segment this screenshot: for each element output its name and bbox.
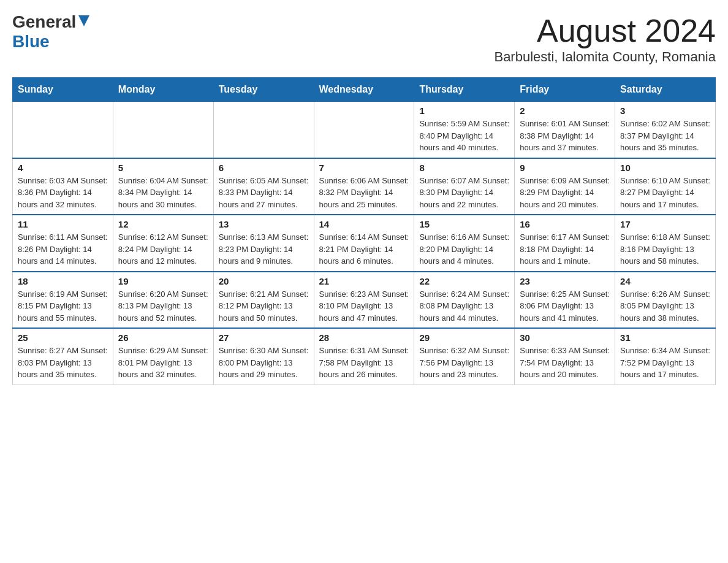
day-number: 13 [219, 219, 309, 229]
calendar-cell: 5Sunrise: 6:04 AM Sunset: 8:34 PM Daylig… [113, 158, 213, 215]
day-info: Sunrise: 6:17 AM Sunset: 8:18 PM Dayligh… [520, 231, 610, 267]
day-info: Sunrise: 6:07 AM Sunset: 8:30 PM Dayligh… [419, 175, 509, 211]
day-number: 8 [419, 163, 509, 173]
calendar-cell: 11Sunrise: 6:11 AM Sunset: 8:26 PM Dayli… [13, 215, 113, 272]
day-number: 25 [18, 332, 108, 343]
calendar-cell: 22Sunrise: 6:24 AM Sunset: 8:08 PM Dayli… [414, 272, 515, 329]
calendar-cell: 20Sunrise: 6:21 AM Sunset: 8:12 PM Dayli… [213, 272, 314, 329]
day-info: Sunrise: 6:33 AM Sunset: 7:54 PM Dayligh… [520, 345, 610, 381]
day-number: 23 [520, 276, 610, 286]
day-number: 10 [620, 163, 710, 173]
calendar-day-header: Thursday [414, 78, 515, 102]
day-number: 28 [319, 332, 409, 343]
calendar-cell: 31Sunrise: 6:34 AM Sunset: 7:52 PM Dayli… [615, 328, 716, 385]
day-number: 16 [520, 219, 610, 229]
calendar-cell [113, 102, 213, 158]
day-info: Sunrise: 6:24 AM Sunset: 8:08 PM Dayligh… [419, 288, 509, 324]
day-info: Sunrise: 5:59 AM Sunset: 8:40 PM Dayligh… [419, 118, 509, 154]
day-info: Sunrise: 6:11 AM Sunset: 8:26 PM Dayligh… [18, 231, 108, 267]
calendar-cell: 12Sunrise: 6:12 AM Sunset: 8:24 PM Dayli… [113, 215, 213, 272]
calendar-cell: 26Sunrise: 6:29 AM Sunset: 8:01 PM Dayli… [113, 328, 213, 385]
calendar-day-header: Tuesday [213, 78, 314, 102]
day-info: Sunrise: 6:18 AM Sunset: 8:16 PM Dayligh… [620, 231, 710, 267]
logo-blue-text: Blue [12, 32, 50, 51]
day-number: 24 [620, 276, 710, 286]
calendar-cell: 13Sunrise: 6:13 AM Sunset: 8:23 PM Dayli… [213, 215, 314, 272]
day-number: 21 [319, 276, 409, 286]
day-number: 29 [419, 332, 509, 343]
calendar-cell: 6Sunrise: 6:05 AM Sunset: 8:33 PM Daylig… [213, 158, 314, 215]
calendar-cell: 10Sunrise: 6:10 AM Sunset: 8:27 PM Dayli… [615, 158, 716, 215]
day-info: Sunrise: 6:04 AM Sunset: 8:34 PM Dayligh… [118, 175, 208, 211]
title-section: August 2024 Barbulesti, Ialomita County,… [494, 12, 716, 65]
calendar-cell: 2Sunrise: 6:01 AM Sunset: 8:38 PM Daylig… [515, 102, 615, 158]
calendar-cell: 25Sunrise: 6:27 AM Sunset: 8:03 PM Dayli… [13, 328, 113, 385]
calendar-week-row: 11Sunrise: 6:11 AM Sunset: 8:26 PM Dayli… [13, 215, 716, 272]
calendar-cell [314, 102, 414, 158]
calendar-week-row: 25Sunrise: 6:27 AM Sunset: 8:03 PM Dayli… [13, 328, 716, 385]
calendar-cell: 19Sunrise: 6:20 AM Sunset: 8:13 PM Dayli… [113, 272, 213, 329]
calendar-week-row: 1Sunrise: 5:59 AM Sunset: 8:40 PM Daylig… [13, 102, 716, 158]
day-number: 22 [419, 276, 509, 286]
day-number: 11 [18, 219, 108, 229]
calendar-cell: 23Sunrise: 6:25 AM Sunset: 8:06 PM Dayli… [515, 272, 615, 329]
month-title: August 2024 [494, 12, 716, 49]
calendar-day-header: Saturday [615, 78, 716, 102]
page-header: General Blue August 2024 Barbulesti, Ial… [12, 12, 716, 65]
location-text: Barbulesti, Ialomita County, Romania [494, 49, 716, 65]
calendar-cell: 28Sunrise: 6:31 AM Sunset: 7:58 PM Dayli… [314, 328, 414, 385]
calendar-cell: 3Sunrise: 6:02 AM Sunset: 8:37 PM Daylig… [615, 102, 716, 158]
calendar-week-row: 18Sunrise: 6:19 AM Sunset: 8:15 PM Dayli… [13, 272, 716, 329]
day-info: Sunrise: 6:30 AM Sunset: 8:00 PM Dayligh… [219, 345, 309, 381]
calendar-day-header: Friday [515, 78, 615, 102]
day-info: Sunrise: 6:29 AM Sunset: 8:01 PM Dayligh… [118, 345, 208, 381]
day-number: 3 [620, 105, 710, 116]
svg-marker-0 [78, 15, 89, 26]
day-number: 4 [18, 163, 108, 173]
day-number: 18 [18, 276, 108, 286]
day-info: Sunrise: 6:27 AM Sunset: 8:03 PM Dayligh… [18, 345, 108, 381]
calendar-day-header: Monday [113, 78, 213, 102]
calendar-week-row: 4Sunrise: 6:03 AM Sunset: 8:36 PM Daylig… [13, 158, 716, 215]
calendar-cell: 16Sunrise: 6:17 AM Sunset: 8:18 PM Dayli… [515, 215, 615, 272]
logo-general-text: General [12, 12, 76, 32]
day-info: Sunrise: 6:03 AM Sunset: 8:36 PM Dayligh… [18, 175, 108, 211]
day-info: Sunrise: 6:20 AM Sunset: 8:13 PM Dayligh… [118, 288, 208, 324]
day-info: Sunrise: 6:32 AM Sunset: 7:56 PM Dayligh… [419, 345, 509, 381]
calendar-day-header: Sunday [13, 78, 113, 102]
calendar-day-header: Wednesday [314, 78, 414, 102]
logo: General Blue [12, 12, 91, 52]
calendar-cell: 8Sunrise: 6:07 AM Sunset: 8:30 PM Daylig… [414, 158, 515, 215]
calendar-cell: 21Sunrise: 6:23 AM Sunset: 8:10 PM Dayli… [314, 272, 414, 329]
day-number: 15 [419, 219, 509, 229]
calendar-cell: 24Sunrise: 6:26 AM Sunset: 8:05 PM Dayli… [615, 272, 716, 329]
day-info: Sunrise: 6:10 AM Sunset: 8:27 PM Dayligh… [620, 175, 710, 211]
calendar-cell: 1Sunrise: 5:59 AM Sunset: 8:40 PM Daylig… [414, 102, 515, 158]
day-info: Sunrise: 6:01 AM Sunset: 8:38 PM Dayligh… [520, 118, 610, 154]
day-number: 5 [118, 163, 208, 173]
day-info: Sunrise: 6:12 AM Sunset: 8:24 PM Dayligh… [118, 231, 208, 267]
day-number: 12 [118, 219, 208, 229]
day-info: Sunrise: 6:16 AM Sunset: 8:20 PM Dayligh… [419, 231, 509, 267]
day-info: Sunrise: 6:05 AM Sunset: 8:33 PM Dayligh… [219, 175, 309, 211]
day-number: 27 [219, 332, 309, 343]
day-number: 14 [319, 219, 409, 229]
day-number: 9 [520, 163, 610, 173]
day-number: 1 [419, 105, 509, 116]
calendar-cell: 29Sunrise: 6:32 AM Sunset: 7:56 PM Dayli… [414, 328, 515, 385]
day-info: Sunrise: 6:09 AM Sunset: 8:29 PM Dayligh… [520, 175, 610, 211]
calendar-header-row: SundayMondayTuesdayWednesdayThursdayFrid… [13, 78, 716, 102]
calendar-cell: 14Sunrise: 6:14 AM Sunset: 8:21 PM Dayli… [314, 215, 414, 272]
day-number: 19 [118, 276, 208, 286]
day-info: Sunrise: 6:13 AM Sunset: 8:23 PM Dayligh… [219, 231, 309, 267]
calendar-cell: 18Sunrise: 6:19 AM Sunset: 8:15 PM Dayli… [13, 272, 113, 329]
day-number: 30 [520, 332, 610, 343]
calendar-table: SundayMondayTuesdayWednesdayThursdayFrid… [12, 77, 716, 385]
day-info: Sunrise: 6:25 AM Sunset: 8:06 PM Dayligh… [520, 288, 610, 324]
day-info: Sunrise: 6:06 AM Sunset: 8:32 PM Dayligh… [319, 175, 409, 211]
day-number: 2 [520, 105, 610, 116]
calendar-cell: 17Sunrise: 6:18 AM Sunset: 8:16 PM Dayli… [615, 215, 716, 272]
day-number: 31 [620, 332, 710, 343]
day-info: Sunrise: 6:19 AM Sunset: 8:15 PM Dayligh… [18, 288, 108, 324]
day-number: 20 [219, 276, 309, 286]
